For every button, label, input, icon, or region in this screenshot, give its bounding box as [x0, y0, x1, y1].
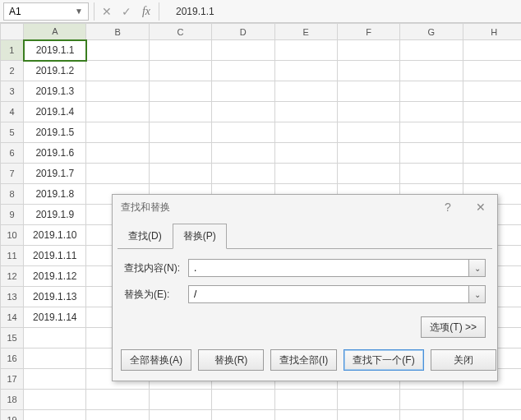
row-header[interactable]: 14 — [1, 307, 24, 328]
find-all-button[interactable]: 查找全部(I) — [270, 349, 337, 371]
cell[interactable] — [86, 40, 149, 61]
cell[interactable] — [337, 81, 399, 102]
col-header-E[interactable]: E — [274, 24, 337, 40]
row-header[interactable]: 19 — [1, 410, 24, 421]
cell[interactable] — [337, 143, 399, 164]
cell[interactable] — [337, 102, 399, 122]
row-header[interactable]: 1 — [1, 40, 24, 61]
replace-button[interactable]: 替换(R) — [198, 349, 264, 371]
col-header-C[interactable]: C — [149, 24, 211, 40]
cell[interactable] — [86, 61, 149, 81]
cell[interactable] — [86, 122, 149, 143]
cell[interactable] — [274, 410, 337, 421]
cell[interactable] — [463, 102, 521, 122]
row-header[interactable]: 5 — [1, 122, 24, 143]
cell[interactable] — [274, 102, 337, 122]
help-icon[interactable]: ? — [431, 195, 464, 219]
col-header-D[interactable]: D — [212, 24, 274, 40]
cell[interactable] — [24, 328, 86, 348]
row-header[interactable]: 8 — [1, 184, 24, 205]
cell[interactable] — [212, 122, 274, 143]
cell[interactable] — [149, 410, 211, 421]
find-next-button[interactable]: 查找下一个(F) — [343, 349, 423, 371]
confirm-icon[interactable]: ✓ — [119, 5, 134, 18]
cell[interactable] — [400, 102, 463, 122]
row-header[interactable]: 16 — [1, 348, 24, 369]
cell[interactable] — [463, 143, 521, 164]
dialog-titlebar[interactable]: 查找和替换 ? ✕ — [113, 195, 497, 219]
col-header-G[interactable]: G — [400, 24, 463, 40]
cell[interactable] — [463, 40, 521, 61]
cell[interactable] — [337, 122, 399, 143]
close-button[interactable]: 关闭 — [431, 349, 496, 371]
cell[interactable] — [337, 61, 399, 81]
row-header[interactable]: 2 — [1, 61, 24, 81]
cell[interactable] — [149, 390, 211, 410]
cell[interactable] — [24, 348, 86, 369]
name-box[interactable]: A1 ▼ — [3, 2, 89, 21]
cell[interactable] — [463, 61, 521, 81]
cell[interactable] — [400, 81, 463, 102]
cell[interactable] — [149, 143, 211, 164]
cell[interactable] — [24, 390, 86, 410]
tab-replace[interactable]: 替换(P) — [173, 224, 227, 249]
replace-with-dropdown[interactable]: ⌄ — [469, 285, 486, 303]
cell[interactable] — [463, 122, 521, 143]
cell[interactable]: 2019.1.6 — [24, 143, 86, 164]
cell[interactable] — [86, 143, 149, 164]
cell[interactable] — [400, 122, 463, 143]
select-all-corner[interactable] — [1, 24, 24, 40]
cell[interactable] — [212, 81, 274, 102]
cell[interactable]: 2019.1.10 — [24, 225, 86, 246]
row-header[interactable]: 9 — [1, 205, 24, 225]
replace-all-button[interactable]: 全部替换(A) — [121, 349, 191, 371]
cancel-icon[interactable]: ✕ — [99, 5, 114, 18]
cell[interactable] — [149, 102, 211, 122]
row-header[interactable]: 7 — [1, 164, 24, 184]
cell[interactable] — [463, 81, 521, 102]
cell[interactable] — [337, 390, 399, 410]
col-header-B[interactable]: B — [86, 24, 149, 40]
cell[interactable] — [212, 102, 274, 122]
cell[interactable]: 2019.1.4 — [24, 102, 86, 122]
cell[interactable] — [274, 40, 337, 61]
row-header[interactable]: 18 — [1, 390, 24, 410]
cell[interactable]: 2019.1.11 — [24, 246, 86, 266]
cell[interactable] — [149, 40, 211, 61]
find-what-input[interactable] — [188, 259, 469, 277]
cell[interactable]: 2019.1.12 — [24, 266, 86, 287]
cell[interactable] — [212, 40, 274, 61]
cell[interactable] — [149, 164, 211, 184]
cell[interactable] — [463, 410, 521, 421]
fx-icon[interactable]: fx — [139, 5, 154, 18]
cell[interactable] — [86, 81, 149, 102]
cell[interactable]: 2019.1.5 — [24, 122, 86, 143]
row-header[interactable]: 6 — [1, 143, 24, 164]
close-icon[interactable]: ✕ — [464, 195, 497, 219]
cell[interactable]: 2019.1.7 — [24, 164, 86, 184]
cell[interactable] — [337, 164, 399, 184]
col-header-A[interactable]: A — [24, 24, 86, 40]
row-header[interactable]: 13 — [1, 287, 24, 307]
replace-with-input[interactable] — [188, 285, 469, 303]
cell[interactable] — [24, 410, 86, 421]
cell[interactable] — [212, 143, 274, 164]
cell[interactable] — [212, 410, 274, 421]
row-header[interactable]: 17 — [1, 369, 24, 390]
cell[interactable] — [212, 164, 274, 184]
cell[interactable] — [274, 390, 337, 410]
col-header-H[interactable]: H — [463, 24, 521, 40]
cell[interactable]: 2019.1.1 — [24, 40, 86, 61]
col-header-F[interactable]: F — [337, 24, 399, 40]
chevron-down-icon[interactable]: ▼ — [75, 7, 83, 16]
row-header[interactable]: 4 — [1, 102, 24, 122]
cell[interactable] — [149, 61, 211, 81]
cell[interactable] — [400, 390, 463, 410]
cell[interactable] — [24, 369, 86, 390]
cell[interactable] — [86, 390, 149, 410]
find-what-dropdown[interactable]: ⌄ — [469, 259, 486, 277]
cell[interactable] — [274, 164, 337, 184]
cell[interactable] — [400, 61, 463, 81]
row-header[interactable]: 15 — [1, 328, 24, 348]
cell[interactable] — [149, 81, 211, 102]
